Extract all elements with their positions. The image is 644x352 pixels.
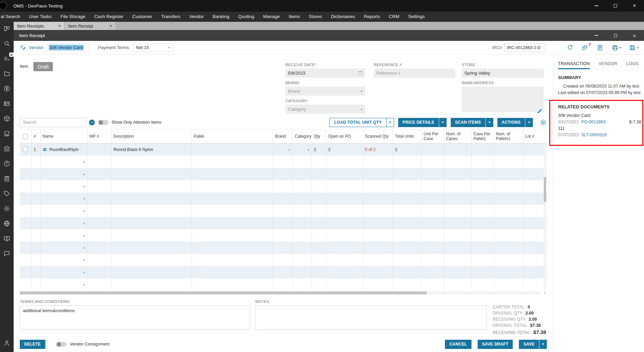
vertical-scrollbar-thumb[interactable] — [544, 177, 546, 202]
price-details-button[interactable]: PRICE DETAILS — [398, 118, 439, 127]
column-header-unit-per-case[interactable]: Unit Per Case — [421, 130, 444, 143]
search-icon[interactable] — [2, 39, 12, 48]
panel-tab-vendor[interactable]: VENDOR — [599, 61, 617, 69]
horizontal-scrollbar[interactable]: › — [20, 291, 547, 294]
row-checkbox[interactable] — [23, 147, 28, 152]
clear-search-icon[interactable]: × — [89, 120, 95, 125]
load-total-unit-qty-button[interactable]: LOAD TOTAL UNIT QTY — [329, 118, 386, 127]
column-header-lot[interactable]: Lot # — [523, 130, 547, 143]
table-row-empty[interactable]: ▾ — [20, 193, 547, 205]
row-dropdown-icon[interactable]: ▾ — [83, 258, 85, 262]
help-icon[interactable] — [2, 159, 12, 168]
attachment-icon[interactable]: 0 — [582, 44, 588, 51]
table-row-empty[interactable]: ▾ — [20, 156, 547, 168]
row-dropdown-icon[interactable]: ▾ — [83, 221, 85, 225]
column-header-pallet[interactable]: Pallet — [192, 130, 273, 143]
user-icon[interactable] — [2, 338, 12, 348]
save-file-icon[interactable] — [629, 44, 636, 51]
cell-dropdown-icon[interactable]: ▾ — [308, 148, 309, 152]
column-header-category[interactable]: Category — [293, 130, 312, 143]
row-dropdown-icon[interactable]: ▾ — [83, 246, 85, 250]
row-dropdown-icon[interactable]: ▾ — [83, 185, 85, 188]
actions-dropdown-icon[interactable]: ▼ — [525, 118, 533, 127]
save-dropdown-icon[interactable]: ▼ — [539, 340, 547, 349]
table-row-empty[interactable]: ▾ — [20, 217, 547, 229]
row-dropdown-icon[interactable]: ▾ — [83, 160, 85, 164]
row-dropdown-icon[interactable]: ▾ — [83, 234, 85, 238]
column-header-[interactable]: # — [31, 130, 40, 143]
menu-item-transfers[interactable]: Transfers — [156, 12, 185, 22]
inventory-icon[interactable] — [2, 114, 12, 123]
table-row-empty[interactable]: ▾ — [20, 278, 547, 291]
column-header-qty[interactable]: Qty — [312, 130, 326, 143]
inner-restore-button[interactable] — [606, 30, 625, 41]
panel-tab-logs[interactable]: LOGS — [626, 61, 639, 69]
menu-item-settings[interactable]: Settings — [404, 12, 429, 22]
web-icon[interactable] — [2, 219, 12, 228]
name-address-box[interactable] — [462, 87, 544, 112]
chat-icon[interactable] — [2, 249, 12, 258]
column-header-num-of-pallets1[interactable]: Num. of Pallets1 — [494, 130, 523, 143]
settings-icon[interactable] — [2, 204, 12, 213]
menu-item-reports[interactable]: Reports — [359, 12, 384, 22]
vendor-input[interactable]: 306 Vendor Card — [47, 43, 89, 52]
row-dropdown-icon[interactable]: ▾ — [83, 283, 85, 287]
files-icon[interactable] — [2, 69, 12, 78]
menu-item-quoting[interactable]: Quoting — [234, 12, 259, 22]
table-row-empty[interactable]: ▾ — [20, 168, 547, 180]
save-draft-button[interactable]: SAVE DRAFT — [478, 340, 513, 349]
column-header-num-of-cases[interactable]: Num. of Cases — [444, 130, 471, 143]
menu-item-items[interactable]: Items — [284, 12, 304, 22]
menu-item-user-tasks[interactable]: User Tasks — [25, 12, 56, 22]
bank-icon[interactable] — [2, 144, 12, 153]
window-close-button[interactable]: × — [625, 0, 644, 12]
vendor-consignment-toggle[interactable] — [56, 342, 66, 347]
select-all-checkbox[interactable] — [23, 134, 28, 139]
row-dropdown-icon[interactable]: ▾ — [83, 271, 85, 274]
menu-item-crm[interactable]: CRM — [385, 12, 404, 22]
table-row-empty[interactable]: ▾ — [20, 254, 547, 266]
print-dropdown-icon[interactable]: ▾ — [619, 46, 621, 49]
brand-select[interactable]: Brand ▾ — [285, 87, 365, 96]
attention-toggle[interactable] — [98, 120, 108, 125]
vertical-scrollbar[interactable] — [544, 144, 546, 289]
reference-input[interactable] — [376, 71, 453, 76]
menu-item-banking[interactable]: Banking — [208, 12, 234, 22]
irc-input[interactable] — [505, 43, 545, 52]
window-maximize-button[interactable] — [606, 0, 625, 12]
tab-item-receipt[interactable]: Item Receipt × — [65, 22, 116, 30]
inner-close-button[interactable]: × — [625, 30, 644, 41]
row-dropdown-icon[interactable]: ▾ — [83, 197, 85, 201]
column-header-mp[interactable]: MP # — [87, 130, 111, 143]
print-icon[interactable] — [612, 44, 618, 51]
category-select[interactable]: Category ▾ — [285, 105, 365, 114]
window-minimize-button[interactable] — [587, 0, 606, 12]
dashboard-icon[interactable] — [2, 24, 12, 33]
tab-close-icon[interactable]: × — [109, 24, 112, 28]
menu-item-vendor[interactable]: Vendor — [185, 12, 208, 22]
name-address-edit-icon[interactable] — [537, 108, 542, 115]
column-header-total-units[interactable]: Total Units — [393, 130, 421, 143]
column-header-open-on-po[interactable]: Open on PO — [326, 130, 363, 143]
finance-icon[interactable] — [2, 84, 12, 93]
column-header-description[interactable]: Description — [111, 130, 192, 143]
cell-dropdown-icon[interactable]: ▾ — [288, 148, 290, 152]
save-file-dropdown-icon[interactable]: ▾ — [637, 46, 639, 49]
tab-item-receipts[interactable]: Item Receipts × — [14, 22, 65, 30]
column-header-brand[interactable]: Brand — [273, 130, 293, 143]
row-menu-icon[interactable]: ⋮ — [465, 147, 469, 152]
table-row-empty[interactable]: ▾ — [20, 229, 547, 242]
receive-date-input[interactable]: 5/8/2023 — [285, 68, 365, 78]
terms-textarea[interactable] — [20, 305, 250, 330]
payment-terms-select[interactable]: Net 15 ▾ — [133, 43, 173, 52]
related-doc-link[interactable]: PO-0012863 — [581, 119, 605, 125]
orders-icon[interactable] — [2, 174, 12, 183]
column-header-name[interactable]: Name — [40, 130, 87, 143]
menu-item-cash-register[interactable]: Cash Register — [90, 12, 128, 22]
table-settings-gear-icon[interactable] — [540, 119, 547, 126]
store-icon[interactable] — [2, 129, 12, 138]
scan-items-button[interactable]: SCAN ITEMS — [451, 118, 485, 127]
price-details-dropdown-icon[interactable]: ▼ — [439, 118, 447, 127]
search-input[interactable] — [23, 120, 84, 125]
journal-icon[interactable] — [597, 44, 603, 51]
